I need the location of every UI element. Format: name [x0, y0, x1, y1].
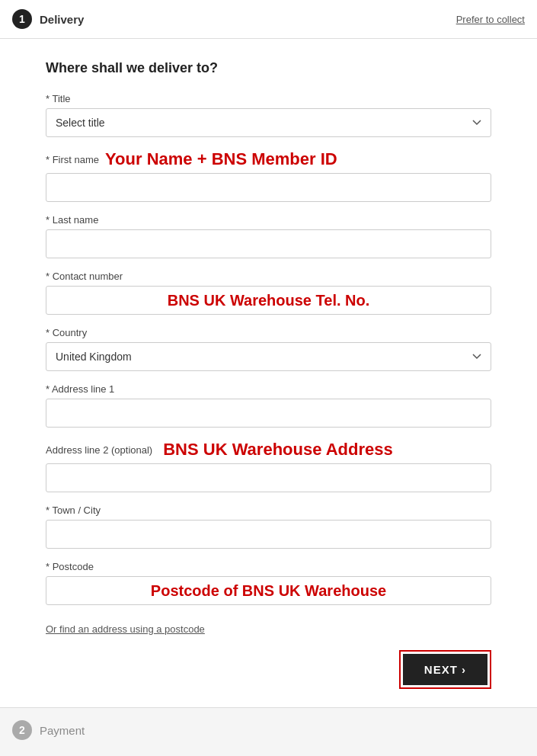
first-name-label: * First name — [46, 154, 99, 165]
next-area: NEXT › — [46, 650, 491, 689]
postcode-label: * Postcode — [46, 561, 491, 572]
address1-label: * Address line 1 — [46, 383, 491, 395]
address1-field-group: * Address line 1 — [46, 383, 491, 428]
postcode-field-group: * Postcode Postcode of BNS UK Warehouse — [46, 561, 491, 605]
payment-step-number: 2 — [12, 720, 32, 740]
address2-label: Address line 2 (optional) — [46, 444, 152, 456]
contact-input[interactable] — [46, 286, 491, 315]
title-field-group: * Title Select title Mr Mrs Miss Ms Dr — [46, 93, 491, 137]
postcode-input[interactable] — [46, 576, 491, 605]
step-header-left: 1 Delivery — [12, 9, 84, 29]
postcode-input-wrapper: Postcode of BNS UK Warehouse — [46, 576, 491, 605]
contact-field-group: * Contact number BNS UK Warehouse Tel. N… — [46, 271, 491, 315]
contact-label: * Contact number — [46, 271, 491, 282]
address2-field-group: Address line 2 (optional) BNS UK Warehou… — [46, 440, 491, 492]
address2-input[interactable] — [46, 463, 491, 492]
contact-input-wrapper: BNS UK Warehouse Tel. No. — [46, 286, 491, 315]
prefer-to-collect-link[interactable]: Prefer to collect — [456, 14, 525, 25]
next-button[interactable]: NEXT › — [403, 654, 487, 685]
section-title: Where shall we deliver to? — [46, 60, 491, 76]
first-name-input[interactable] — [46, 173, 491, 202]
step-header: 1 Delivery Prefer to collect — [0, 0, 537, 39]
town-label: * Town / City — [46, 505, 491, 516]
step-footer: 2 Payment — [0, 707, 537, 752]
town-input[interactable] — [46, 520, 491, 549]
find-address-link[interactable]: Or find an address using a postcode — [46, 623, 205, 635]
address2-annotation: BNS UK Warehouse Address — [163, 440, 393, 460]
first-name-field-group: * First name Your Name + BNS Member ID — [46, 149, 491, 202]
country-field-group: * Country United Kingdom Ireland France … — [46, 327, 491, 371]
first-name-annotation: Your Name + BNS Member ID — [105, 149, 337, 169]
first-name-label-row: * First name Your Name + BNS Member ID — [46, 149, 491, 169]
last-name-input[interactable] — [46, 229, 491, 258]
step-number-badge: 1 — [12, 9, 32, 29]
title-label: * Title — [46, 93, 491, 104]
country-select[interactable]: United Kingdom Ireland France Germany — [46, 342, 491, 371]
title-select[interactable]: Select title Mr Mrs Miss Ms Dr — [46, 108, 491, 137]
main-content: Where shall we deliver to? * Title Selec… — [0, 39, 537, 707]
address2-label-row: Address line 2 (optional) BNS UK Warehou… — [46, 440, 491, 460]
last-name-field-group: * Last name — [46, 214, 491, 258]
last-name-label: * Last name — [46, 214, 491, 226]
country-label: * Country — [46, 327, 491, 338]
town-field-group: * Town / City — [46, 505, 491, 549]
payment-step-title: Payment — [40, 724, 85, 737]
step-title: Delivery — [40, 13, 84, 26]
address1-input[interactable] — [46, 399, 491, 428]
next-button-wrapper: NEXT › — [399, 650, 491, 689]
